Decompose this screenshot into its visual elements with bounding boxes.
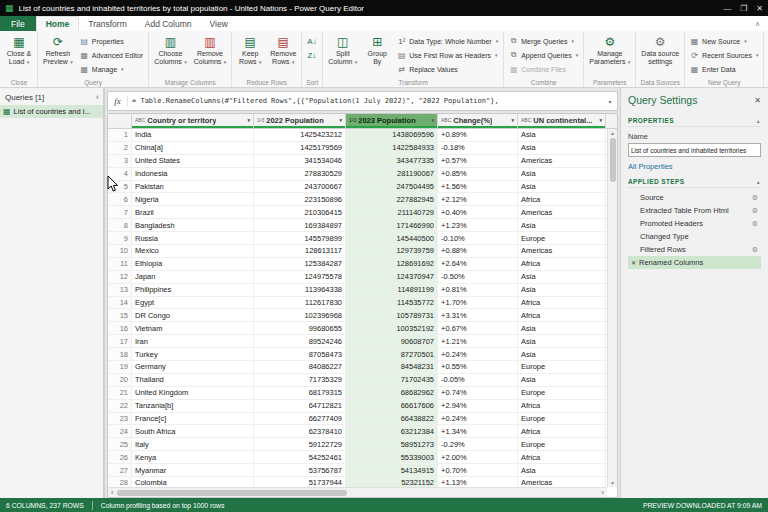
grid-cell[interactable]: +2.94% <box>438 400 518 412</box>
applied-step-renamed-columns[interactable]: ✕Renamed Columns <box>628 256 761 269</box>
grid-cell[interactable]: Europe <box>518 361 606 373</box>
tab-file[interactable]: File <box>0 16 36 31</box>
row-number[interactable]: 3 <box>108 155 132 167</box>
grid-cell[interactable]: 105789731 <box>346 309 438 321</box>
grid-cell[interactable]: -0.29% <box>438 438 518 450</box>
grid-cell[interactable]: 227882945 <box>346 193 438 205</box>
grid-cell[interactable]: Africa <box>518 425 606 437</box>
grid-cell[interactable]: 145440500 <box>346 232 438 244</box>
grid-cell[interactable]: 124975578 <box>254 271 346 283</box>
grid-cell[interactable]: +0.55% <box>438 361 518 373</box>
gear-icon[interactable]: ⚙ <box>752 246 758 254</box>
grid-cell[interactable]: 68682962 <box>346 387 438 399</box>
grid-cell[interactable]: Americas <box>518 245 606 257</box>
ribbon-button-refresh-preview[interactable]: ⟳RefreshPreview ▾ <box>40 32 76 78</box>
row-number[interactable]: 9 <box>108 232 132 244</box>
row-number[interactable]: 26 <box>108 451 132 463</box>
ribbon-button-new-source[interactable]: ▦New Source▾ <box>687 34 761 48</box>
ribbon-button-choose-columns[interactable]: ▥ChooseColumns ▾ <box>151 32 190 78</box>
grid-cell[interactable]: Thailand <box>132 374 254 386</box>
grid-cell[interactable]: Italy <box>132 438 254 450</box>
grid-cell[interactable]: Egypt <box>132 297 254 309</box>
ribbon-button-enter-data[interactable]: ▦Enter Data <box>687 62 761 76</box>
grid-cell[interactable]: 145579899 <box>254 232 346 244</box>
properties-section-header[interactable]: PROPERTIES ▲ <box>628 117 761 127</box>
grid-cell[interactable]: +0.24% <box>438 348 518 360</box>
scroll-up-icon[interactable]: ▲ <box>610 129 615 137</box>
grid-cell[interactable]: 84086227 <box>254 361 346 373</box>
gear-icon[interactable]: ⚙ <box>752 194 758 202</box>
grid-cell[interactable]: -0.05% <box>438 374 518 386</box>
grid-cell[interactable]: +0.40% <box>438 206 518 218</box>
ribbon-button-manage-parameters[interactable]: ⚙ManageParameters ▾ <box>586 32 633 78</box>
row-number[interactable]: 8 <box>108 219 132 231</box>
row-number[interactable]: 18 <box>108 348 132 360</box>
row-number[interactable]: 5 <box>108 181 132 193</box>
row-number[interactable]: 11 <box>108 258 132 270</box>
row-number[interactable]: 22 <box>108 400 132 412</box>
row-number[interactable]: 2 <box>108 142 132 154</box>
collapse-ribbon-icon[interactable]: ∧ <box>747 16 768 31</box>
collapse-queries-pane-icon[interactable]: ‹ <box>96 92 99 102</box>
grid-cell[interactable]: 64712821 <box>254 400 346 412</box>
grid-cell[interactable]: Myanmar <box>132 464 254 476</box>
grid-cell[interactable]: 114535772 <box>346 297 438 309</box>
grid-cell[interactable]: 128613117 <box>254 245 346 257</box>
status-profiling[interactable]: Column profiling based on top 1000 rows <box>101 502 225 509</box>
gear-icon[interactable]: ⚙ <box>752 220 758 228</box>
row-number[interactable]: 14 <box>108 297 132 309</box>
grid-cell[interactable]: Americas <box>518 206 606 218</box>
grid-cell[interactable]: Philippines <box>132 284 254 296</box>
grid-cell[interactable]: Asia <box>518 374 606 386</box>
grid-cell[interactable]: 169384897 <box>254 219 346 231</box>
ribbon-button-sort-descending-icon[interactable]: Z↓ <box>304 48 319 62</box>
grid-cell[interactable]: Iran <box>132 335 254 347</box>
grid-cell[interactable]: Asia <box>518 142 606 154</box>
row-number[interactable]: 27 <box>108 464 132 476</box>
grid-cell[interactable]: +0.88% <box>438 245 518 257</box>
row-number[interactable]: 1 <box>108 129 132 141</box>
ribbon-button-merge-queries[interactable]: ⧉Merge Queries▾ <box>506 34 581 48</box>
grid-cell[interactable]: -0.10% <box>438 232 518 244</box>
row-number[interactable]: 15 <box>108 309 132 321</box>
grid-cell[interactable]: Asia <box>518 335 606 347</box>
grid-cell[interactable]: +2.00% <box>438 451 518 463</box>
grid-cell[interactable]: Asia <box>518 464 606 476</box>
row-number[interactable]: 6 <box>108 193 132 205</box>
grid-cell[interactable]: 343477335 <box>346 155 438 167</box>
grid-cell[interactable]: 281190067 <box>346 168 438 180</box>
ribbon-button-manage[interactable]: ▦Manage▾ <box>77 62 146 76</box>
grid-cell[interactable]: +0.89% <box>438 129 518 141</box>
grid-cell[interactable]: Europe <box>518 232 606 244</box>
grid-cell[interactable]: Russia <box>132 232 254 244</box>
grid-cell[interactable]: 62378410 <box>254 425 346 437</box>
row-number-header[interactable] <box>108 114 132 128</box>
text-type-icon[interactable]: ABC <box>521 117 531 123</box>
grid-cell[interactable]: Africa <box>518 400 606 412</box>
ribbon-button-remove-rows[interactable]: ▤RemoveRows ▾ <box>267 32 299 78</box>
grid-cell[interactable]: 59122729 <box>254 438 346 450</box>
grid-cell[interactable]: France[c] <box>132 413 254 425</box>
ribbon-button-split-column[interactable]: ◫SplitColumn ▾ <box>325 32 360 78</box>
ribbon-button-group-by[interactable]: ⊞GroupBy <box>361 32 393 78</box>
ribbon-button-data-type-whole-number[interactable]: 1²Data Type: Whole Number▾ <box>394 34 501 48</box>
grid-cell[interactable]: +1.34% <box>438 425 518 437</box>
grid-cell[interactable]: Asia <box>518 284 606 296</box>
row-number[interactable]: 19 <box>108 361 132 373</box>
ribbon-button-keep-rows[interactable]: ▤KeepRows ▾ <box>234 32 266 78</box>
grid-cell[interactable]: China[a] <box>132 142 254 154</box>
row-number[interactable]: 13 <box>108 284 132 296</box>
grid-cell[interactable]: 66438822 <box>346 413 438 425</box>
row-number[interactable]: 10 <box>108 245 132 257</box>
ribbon-button-use-first-row-as-headers[interactable]: ▤Use First Row as Headers▾ <box>394 48 501 62</box>
formula-expand-icon[interactable]: ▾ <box>603 98 617 105</box>
tab-add-column[interactable]: Add Column <box>136 16 201 31</box>
grid-cell[interactable]: +1.21% <box>438 335 518 347</box>
grid-cell[interactable]: +0.67% <box>438 322 518 334</box>
grid-cell[interactable]: Bangladesh <box>132 219 254 231</box>
column-header-un-continental[interactable]: ABCUN continental...▾ <box>518 114 606 128</box>
tab-home[interactable]: Home <box>36 16 80 31</box>
row-number[interactable]: 20 <box>108 374 132 386</box>
delete-step-icon[interactable]: ✕ <box>631 259 636 266</box>
grid-cell[interactable]: Vietnam <box>132 322 254 334</box>
